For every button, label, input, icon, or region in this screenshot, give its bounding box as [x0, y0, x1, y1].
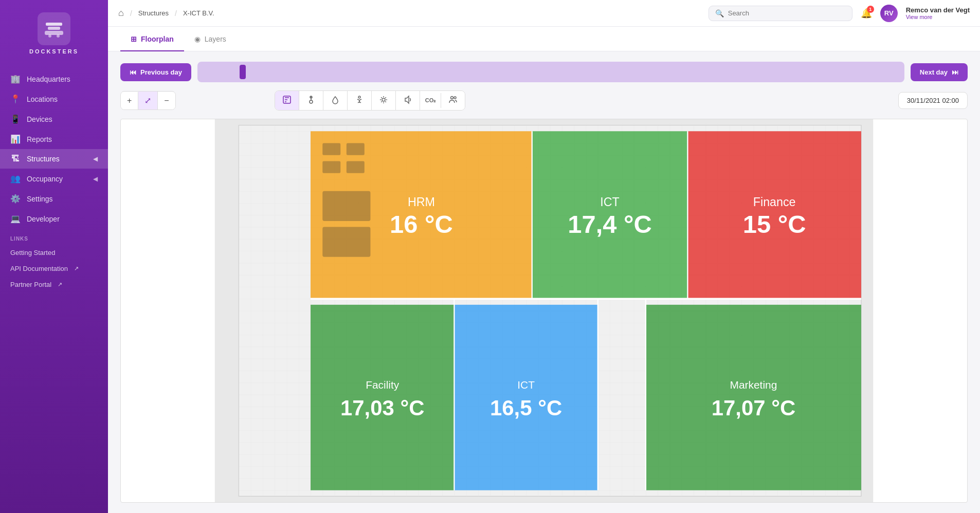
- breadcrumb-structures[interactable]: Structures: [138, 9, 169, 17]
- breadcrumb-sep-1: /: [130, 9, 132, 17]
- sidebar-logo: DOCKSTERS: [0, 0, 108, 65]
- svg-rect-28: [322, 161, 340, 173]
- date-display: 30/11/2021 02:00: [898, 92, 968, 109]
- timeline-slider[interactable]: [197, 62, 904, 82]
- content-area: ⊞ Floorplan ◉ Layers ⏮ Previous day Ne: [108, 27, 980, 513]
- tab-layers[interactable]: ◉ Layers: [184, 27, 237, 51]
- zoom-controls: + ⤢ −: [120, 91, 176, 110]
- svg-text:ICT: ICT: [600, 195, 619, 209]
- zoom-out-button[interactable]: −: [158, 92, 175, 109]
- search-input[interactable]: [728, 9, 846, 17]
- topbar-right: 🔍 🔔 1 RV Remco van der Vegt View more: [709, 5, 970, 22]
- svg-rect-26: [322, 143, 340, 155]
- sidebar-item-label: Reports: [27, 135, 52, 143]
- sidebar-item-structures[interactable]: 🏗 Structures ◀: [0, 149, 108, 169]
- sensor-motion-button[interactable]: [348, 91, 372, 110]
- sidebar: DOCKSTERS 🏢 Headquarters 📍 Locations 📱 D…: [0, 0, 108, 513]
- sidebar-item-label: Developer: [27, 215, 60, 223]
- api-docs-label: API Documentation: [10, 265, 68, 272]
- sensor-controls: CO₂: [275, 90, 466, 111]
- svg-rect-2: [45, 31, 63, 35]
- developer-icon: 💻: [10, 214, 21, 224]
- partner-portal-external-icon: ↗: [58, 281, 62, 288]
- notification-badge: 1: [867, 6, 874, 13]
- svg-rect-0: [46, 23, 62, 26]
- svg-text:Finance: Finance: [753, 195, 796, 209]
- sidebar-item-locations[interactable]: 📍 Locations: [0, 89, 108, 109]
- svg-text:HRM: HRM: [408, 195, 435, 209]
- svg-text:17,4 °C: 17,4 °C: [568, 210, 652, 238]
- sensor-co2-button[interactable]: CO₂: [420, 93, 442, 108]
- occupancy-arrow: ◀: [93, 175, 98, 182]
- svg-text:15 °C: 15 °C: [743, 210, 806, 238]
- home-icon[interactable]: ⌂: [118, 8, 124, 19]
- svg-text:17,07 °C: 17,07 °C: [712, 396, 795, 420]
- next-day-button[interactable]: Next day ⏭: [911, 63, 968, 81]
- svg-point-10: [454, 97, 456, 99]
- timeline-row: ⏮ Previous day Next day ⏭: [120, 62, 968, 82]
- sensor-sound-button[interactable]: [396, 91, 420, 110]
- controls-row: + ⤢ −: [120, 90, 968, 111]
- tabs-bar: ⊞ Floorplan ◉ Layers: [108, 27, 980, 51]
- sensor-temperature-button[interactable]: [299, 91, 323, 110]
- sidebar-item-label: Devices: [27, 115, 52, 123]
- prev-day-button[interactable]: ⏮ Previous day: [120, 63, 191, 81]
- tab-floorplan[interactable]: ⊞ Floorplan: [120, 27, 184, 51]
- app-name: DOCKSTERS: [29, 48, 79, 54]
- zoom-reset-button[interactable]: ⤢: [138, 91, 158, 109]
- sidebar-item-headquarters[interactable]: 🏢 Headquarters: [0, 69, 108, 89]
- svg-text:16,5 °C: 16,5 °C: [490, 396, 562, 420]
- breadcrumb-xict[interactable]: X-ICT B.V.: [183, 9, 214, 17]
- svg-point-9: [451, 97, 453, 99]
- svg-point-4: [57, 34, 60, 38]
- svg-point-8: [382, 98, 385, 101]
- headquarters-icon: 🏢: [10, 74, 21, 84]
- svg-point-3: [48, 34, 51, 38]
- link-api-docs[interactable]: API Documentation ↗: [0, 261, 108, 277]
- notification-button[interactable]: 🔔 1: [861, 8, 872, 19]
- link-getting-started[interactable]: Getting Started: [0, 245, 108, 261]
- svg-text:Facility: Facility: [366, 379, 400, 391]
- floorplan-map[interactable]: HRM 16 °C ICT 17,4 °C Finance 15 °C Faci…: [120, 119, 968, 503]
- prev-day-arrow-icon: ⏮: [130, 68, 136, 76]
- sidebar-item-label: Structures: [27, 155, 60, 163]
- zoom-in-button[interactable]: +: [121, 92, 138, 109]
- link-partner-portal[interactable]: Partner Portal ↗: [0, 277, 108, 292]
- links-label: LINKS: [0, 229, 108, 245]
- sidebar-item-settings[interactable]: ⚙️ Settings: [0, 189, 108, 209]
- search-icon: 🔍: [715, 9, 724, 17]
- locations-icon: 📍: [10, 94, 21, 104]
- layers-tab-label: Layers: [205, 35, 226, 43]
- sensor-light-button[interactable]: [372, 91, 396, 110]
- breadcrumb-sep-2: /: [175, 9, 177, 17]
- reports-icon: 📊: [10, 134, 21, 144]
- topbar: ⌂ / Structures / X-ICT B.V. 🔍 🔔 1 RV Rem…: [108, 0, 980, 27]
- user-avatar[interactable]: RV: [880, 5, 898, 22]
- floorplan-area: ⏮ Previous day Next day ⏭ + ⤢ −: [108, 51, 980, 513]
- partner-portal-label: Partner Portal: [10, 281, 51, 288]
- structures-icon: 🏗: [10, 154, 21, 163]
- sidebar-item-devices[interactable]: 📱 Devices: [0, 109, 108, 129]
- svg-text:16 °C: 16 °C: [390, 210, 453, 238]
- sensor-temp-map-button[interactable]: [275, 91, 299, 110]
- next-day-arrow-icon: ⏭: [952, 68, 958, 76]
- svg-text:Marketing: Marketing: [730, 379, 777, 391]
- floorplan-tab-icon: ⊞: [131, 35, 137, 43]
- sidebar-item-reports[interactable]: 📊 Reports: [0, 129, 108, 149]
- svg-rect-29: [347, 161, 365, 173]
- sidebar-item-developer[interactable]: 💻 Developer: [0, 209, 108, 229]
- timeline-thumb[interactable]: [240, 65, 246, 79]
- user-name: Remco van der Vegt: [906, 6, 970, 14]
- svg-rect-1: [48, 27, 60, 30]
- sensor-occupancy-button[interactable]: [441, 91, 465, 110]
- next-day-label: Next day: [920, 68, 948, 76]
- search-box[interactable]: 🔍: [709, 6, 852, 21]
- user-info[interactable]: Remco van der Vegt View more: [906, 6, 970, 20]
- api-docs-external-icon: ↗: [74, 265, 79, 272]
- sidebar-item-occupancy[interactable]: 👥 Occupancy ◀: [0, 169, 108, 189]
- sidebar-item-label: Headquarters: [27, 75, 70, 83]
- user-initials: RV: [884, 9, 894, 17]
- sensor-humidity-button[interactable]: [323, 91, 348, 110]
- settings-icon: ⚙️: [10, 194, 21, 204]
- occupancy-icon: 👥: [10, 174, 21, 184]
